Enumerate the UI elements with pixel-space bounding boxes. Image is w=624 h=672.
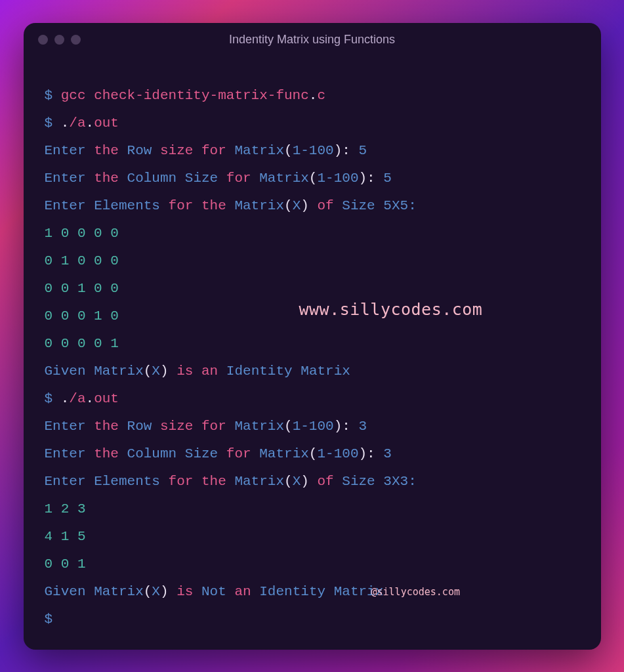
matrix-row: 0 1 0 0 0 (45, 247, 580, 275)
terminal-window: Indentity Matrix using Functions www.sil… (24, 23, 601, 650)
terminal-line: Enter Elements for the Matrix(X) of Size… (45, 192, 580, 220)
bin-ext: out (94, 391, 119, 406)
text: size (160, 419, 193, 434)
watermark-handle: @sillycodes.com (371, 582, 460, 602)
input-value: 5 (383, 171, 392, 186)
text: Given (45, 584, 86, 599)
dot: . (86, 116, 94, 131)
dot: . (309, 88, 318, 103)
paren: ) (301, 474, 309, 489)
text: Matrix (234, 143, 284, 158)
prompt-symbol: $ (45, 391, 53, 406)
terminal-line: Given Matrix(X) is Not an Identity Matri… (45, 578, 580, 606)
window-title: Indentity Matrix using Functions (24, 33, 601, 47)
text: Row (127, 143, 152, 158)
text: Size (342, 474, 375, 489)
prompt-symbol[interactable]: $ (45, 606, 580, 633)
terminal-line: Given Matrix(X) is an Identity Matrix (45, 358, 580, 385)
terminal-line: $ ./a.out (45, 385, 580, 413)
paren: ( (284, 198, 293, 213)
text: Size (342, 198, 375, 213)
text: Matrix (94, 364, 144, 379)
range: 1-100 (317, 171, 358, 186)
dot: . (86, 391, 94, 406)
text: Elements (94, 474, 160, 489)
paren: ( (144, 364, 152, 379)
paren: ( (284, 474, 293, 489)
text: Matrix (234, 419, 284, 434)
text: Given (45, 364, 86, 379)
slash: / (69, 116, 77, 131)
text: the (94, 446, 119, 461)
text: Size (185, 171, 218, 186)
text: X (152, 364, 160, 379)
text: Enter (45, 143, 86, 158)
paren: ): (358, 171, 375, 186)
terminal-line: Enter the Column Size for Matrix(1-100):… (45, 165, 580, 192)
titlebar: Indentity Matrix using Functions (24, 23, 601, 57)
text: the (201, 474, 226, 489)
text: the (94, 419, 119, 434)
text: of (317, 198, 333, 213)
text: the (94, 171, 119, 186)
paren: ) (160, 364, 169, 379)
paren: ( (284, 419, 293, 434)
text: 5X5: (383, 198, 416, 213)
terminal-line: $ ./a.out (45, 110, 580, 137)
filename-stem: check-identity-matrix-func (94, 88, 309, 103)
paren: ): (334, 419, 350, 434)
text: an (201, 364, 218, 379)
text: Identity (259, 584, 325, 599)
text: Identity (226, 364, 293, 379)
text: Matrix (259, 171, 309, 186)
text: 3X3: (383, 474, 416, 489)
text: for (226, 171, 251, 186)
input-value: 5 (359, 143, 367, 158)
terminal-line: Enter the Column Size for Matrix(1-100):… (45, 440, 580, 468)
dot: . (61, 116, 70, 131)
matrix-row: 4 1 5 (45, 523, 580, 551)
text: Row (127, 419, 152, 434)
text: Enter (45, 446, 86, 461)
paren: ): (358, 446, 375, 461)
text: the (201, 198, 226, 213)
range: 1-100 (293, 419, 334, 434)
text: for (226, 446, 251, 461)
text: the (94, 143, 119, 158)
range: 1-100 (317, 446, 358, 461)
paren: ): (334, 143, 350, 158)
text: is (177, 584, 193, 599)
text: an (234, 584, 251, 599)
text: size (160, 143, 193, 158)
paren: ) (160, 584, 169, 599)
text: Matrix (259, 446, 309, 461)
text: Enter (45, 474, 86, 489)
paren: ( (284, 143, 293, 158)
text: Matrix (234, 198, 284, 213)
matrix-row: 0 0 1 (45, 551, 580, 578)
paren: ( (144, 584, 152, 599)
text: Column (127, 446, 177, 461)
paren: ( (309, 171, 318, 186)
bin-name: a (77, 391, 86, 406)
text: Enter (45, 198, 86, 213)
text: X (293, 198, 301, 213)
text: Matrix (301, 364, 350, 379)
terminal-line: Enter the Row size for Matrix(1-100): 3 (45, 413, 580, 440)
watermark-main: www.sillycodes.com (299, 293, 483, 326)
dot: . (61, 391, 70, 406)
text: X (152, 584, 160, 599)
text: for (169, 198, 194, 213)
text: Elements (94, 198, 160, 213)
paren: ) (301, 198, 309, 213)
terminal-line: Enter Elements for the Matrix(X) of Size… (45, 468, 580, 495)
prompt-symbol: $ (45, 88, 53, 103)
range: 1-100 (293, 143, 334, 158)
paren: ( (309, 446, 318, 461)
bin-ext: out (94, 116, 119, 131)
input-value: 3 (359, 419, 367, 434)
slash: / (69, 391, 77, 406)
terminal-line: Enter the Row size for Matrix(1-100): 5 (45, 137, 580, 165)
prompt-symbol: $ (45, 116, 53, 131)
terminal-body[interactable]: www.sillycodes.com @sillycodes.com $ gcc… (24, 57, 601, 650)
